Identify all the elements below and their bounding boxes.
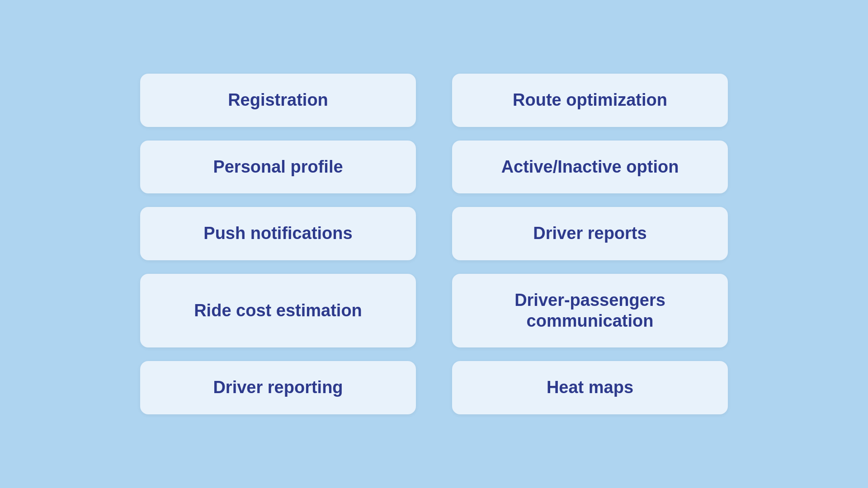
card-label-driver-reporting: Driver reporting [213,377,343,398]
card-label-push-notifications: Push notifications [203,223,352,244]
card-driver-reports: Driver reports [452,207,728,260]
card-push-notifications: Push notifications [140,207,416,260]
card-label-driver-reports: Driver reports [533,223,646,244]
card-label-heat-maps: Heat maps [547,377,633,398]
card-personal-profile: Personal profile [140,141,416,194]
card-label-driver-passengers-communication: Driver-passengers communication [470,290,710,331]
card-driver-reporting: Driver reporting [140,361,416,414]
card-label-route-optimization: Route optimization [513,90,667,111]
card-label-personal-profile: Personal profile [213,157,343,178]
card-ride-cost-estimation: Ride cost estimation [140,274,416,347]
card-label-registration: Registration [228,90,328,111]
card-active-inactive: Active/Inactive option [452,141,728,194]
card-label-ride-cost-estimation: Ride cost estimation [194,300,362,321]
card-driver-passengers-communication: Driver-passengers communication [452,274,728,347]
card-label-active-inactive: Active/Inactive option [501,157,679,178]
card-registration: Registration [140,74,416,127]
card-heat-maps: Heat maps [452,361,728,414]
features-grid: Registration Route optimization Personal… [140,74,728,414]
card-route-optimization: Route optimization [452,74,728,127]
